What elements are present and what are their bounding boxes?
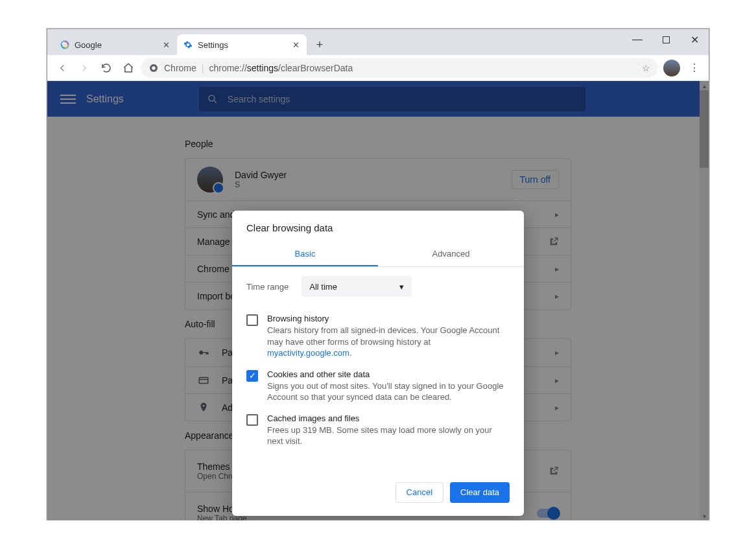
minimize-button[interactable]: —: [623, 29, 652, 50]
new-tab-button[interactable]: +: [311, 36, 329, 54]
star-icon[interactable]: ☆: [642, 63, 650, 73]
clear-browsing-data-dialog: Clear browsing data Basic Advanced Time …: [232, 211, 524, 516]
omnibox[interactable]: Chrome | chrome://settings/clearBrowserD…: [141, 58, 658, 78]
checkbox-cache[interactable]: [246, 414, 258, 426]
window-controls: — ✕: [623, 29, 709, 50]
cancel-button[interactable]: Cancel: [396, 482, 443, 503]
dialog-title: Clear browsing data: [232, 211, 524, 242]
reload-button[interactable]: [97, 58, 116, 78]
close-window-button[interactable]: ✕: [680, 29, 709, 50]
svg-rect-1: [663, 36, 669, 43]
omnibox-security: Chrome: [164, 63, 196, 73]
back-button[interactable]: [53, 58, 72, 78]
time-range-select[interactable]: All time ▾: [301, 276, 412, 297]
svg-point-3: [152, 66, 155, 69]
option-title: Cookies and other site data: [267, 369, 510, 379]
option-browsing-history: Browsing history Clears history from all…: [246, 308, 510, 364]
option-desc: Signs you out of most sites. You'll stay…: [267, 380, 510, 403]
time-range-value: All time: [309, 282, 337, 292]
option-cookies: ✓ Cookies and other site data Signs you …: [246, 364, 510, 408]
tab-advanced[interactable]: Advanced: [378, 242, 524, 266]
option-title: Cached images and files: [267, 413, 510, 423]
option-desc: Clears history from all signed-in device…: [267, 325, 510, 359]
tab-title: Settings: [198, 40, 228, 50]
home-button[interactable]: [119, 58, 138, 78]
google-icon: [60, 40, 69, 49]
time-range-label: Time range: [246, 282, 289, 292]
dialog-tabs: Basic Advanced: [232, 242, 524, 267]
browser-window: Google ✕ Settings ✕ + — ✕ Chrome | chrom…: [47, 29, 709, 520]
option-desc: Frees up 319 MB. Some sites may load mor…: [267, 424, 510, 447]
url-bold: settings: [247, 63, 278, 73]
tab-title: Google: [75, 40, 102, 50]
content-area: Settings Search settings People David Gw…: [47, 81, 709, 520]
profile-avatar[interactable]: [663, 60, 680, 76]
close-icon[interactable]: ✕: [291, 40, 300, 49]
option-title: Browsing history: [267, 314, 510, 323]
tab-settings[interactable]: Settings ✕: [177, 34, 307, 55]
clear-data-button[interactable]: Clear data: [450, 482, 510, 503]
myactivity-link[interactable]: myactivity.google.com: [267, 348, 349, 358]
tab-google[interactable]: Google ✕: [54, 34, 177, 55]
option-cache: Cached images and files Frees up 319 MB.…: [246, 408, 510, 452]
chrome-icon: [148, 63, 159, 73]
checkbox-browsing-history[interactable]: [246, 314, 258, 326]
close-icon[interactable]: ✕: [161, 40, 171, 49]
toolbar: Chrome | chrome://settings/clearBrowserD…: [47, 55, 709, 81]
gear-icon: [183, 40, 193, 49]
chevron-down-icon: ▾: [399, 282, 404, 292]
url-rest: /clearBrowserData: [278, 63, 353, 73]
forward-button[interactable]: [75, 58, 94, 78]
tab-strip: Google ✕ Settings ✕ + — ✕: [47, 29, 709, 55]
menu-button[interactable]: ⋮: [685, 59, 703, 77]
url-prefix: chrome://: [209, 63, 246, 73]
maximize-button[interactable]: [652, 29, 680, 50]
checkbox-cookies[interactable]: ✓: [246, 370, 258, 382]
tab-basic[interactable]: Basic: [232, 242, 378, 266]
